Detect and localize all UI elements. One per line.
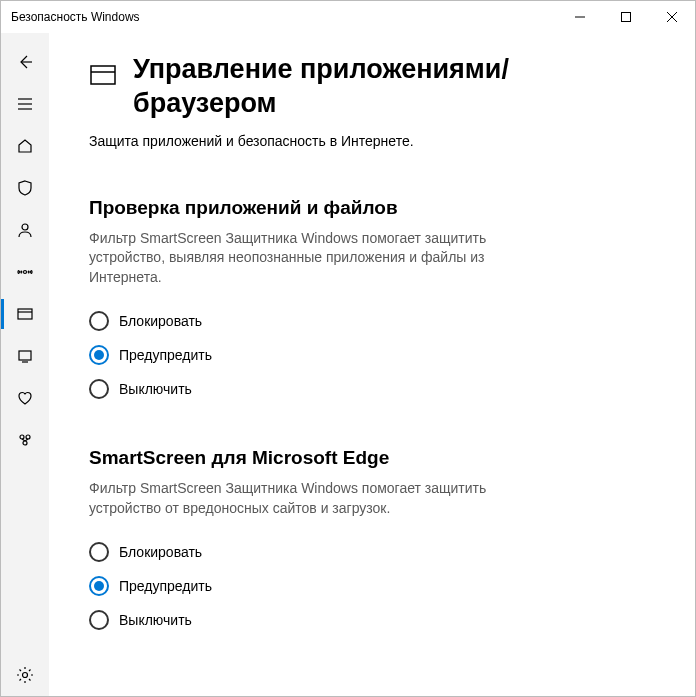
section-desc: Фильтр SmartScreen Защитника Windows пом… [89, 479, 519, 518]
radio-edge-warn[interactable]: Предупредить [89, 576, 645, 596]
radio-label: Блокировать [119, 544, 202, 560]
radio-apps-block[interactable]: Блокировать [89, 311, 645, 331]
radio-group-edge: Блокировать Предупредить Выключить [89, 542, 645, 630]
section-apps-files: Проверка приложений и файлов Фильтр Smar… [89, 197, 645, 400]
svg-point-14 [20, 435, 24, 439]
svg-line-17 [22, 439, 25, 441]
radio-edge-block[interactable]: Блокировать [89, 542, 645, 562]
main-content: Управление приложениями/браузером Защита… [49, 33, 695, 696]
sidebar-item-home[interactable] [1, 125, 49, 167]
sidebar-item-account[interactable] [1, 209, 49, 251]
maximize-button[interactable] [603, 1, 649, 33]
window-buttons [557, 1, 695, 33]
radio-apps-warn[interactable]: Предупредить [89, 345, 645, 365]
svg-rect-20 [91, 66, 115, 84]
menu-button[interactable] [1, 83, 49, 125]
sidebar-item-device-health[interactable] [1, 377, 49, 419]
svg-point-15 [26, 435, 30, 439]
radio-group-apps: Блокировать Предупредить Выключить [89, 311, 645, 399]
svg-point-16 [23, 441, 27, 445]
svg-point-9 [24, 271, 27, 274]
svg-line-18 [25, 439, 28, 441]
svg-point-19 [23, 673, 28, 678]
sidebar-item-settings[interactable] [1, 654, 49, 696]
svg-rect-1 [622, 13, 631, 22]
sidebar-item-family[interactable] [1, 419, 49, 461]
sidebar-item-firewall[interactable] [1, 251, 49, 293]
page-header: Управление приложениями/браузером [89, 53, 645, 121]
radio-edge-off[interactable]: Выключить [89, 610, 645, 630]
window: Безопасность Windows Управление приложен [0, 0, 696, 697]
sidebar [1, 33, 49, 696]
radio-apps-off[interactable]: Выключить [89, 379, 645, 399]
page-title: Управление приложениями/браузером [133, 53, 645, 121]
svg-rect-10 [18, 309, 32, 319]
sidebar-item-device-security[interactable] [1, 335, 49, 377]
radio-label: Блокировать [119, 313, 202, 329]
radio-label: Предупредить [119, 347, 212, 363]
window-title: Безопасность Windows [11, 10, 140, 24]
section-edge: SmartScreen для Microsoft Edge Фильтр Sm… [89, 447, 645, 630]
body: Управление приложениями/браузером Защита… [1, 33, 695, 696]
svg-point-8 [22, 224, 28, 230]
page-subtitle: Защита приложений и безопасность в Интер… [89, 133, 645, 149]
section-title: Проверка приложений и файлов [89, 197, 645, 219]
app-browser-icon [89, 61, 117, 93]
radio-label: Предупредить [119, 578, 212, 594]
minimize-button[interactable] [557, 1, 603, 33]
titlebar: Безопасность Windows [1, 1, 695, 33]
section-title: SmartScreen для Microsoft Edge [89, 447, 645, 469]
svg-rect-12 [19, 351, 31, 360]
close-button[interactable] [649, 1, 695, 33]
sidebar-item-app-browser[interactable] [1, 293, 49, 335]
section-desc: Фильтр SmartScreen Защитника Windows пом… [89, 229, 519, 288]
radio-label: Выключить [119, 381, 192, 397]
radio-label: Выключить [119, 612, 192, 628]
back-button[interactable] [1, 41, 49, 83]
sidebar-item-virus[interactable] [1, 167, 49, 209]
